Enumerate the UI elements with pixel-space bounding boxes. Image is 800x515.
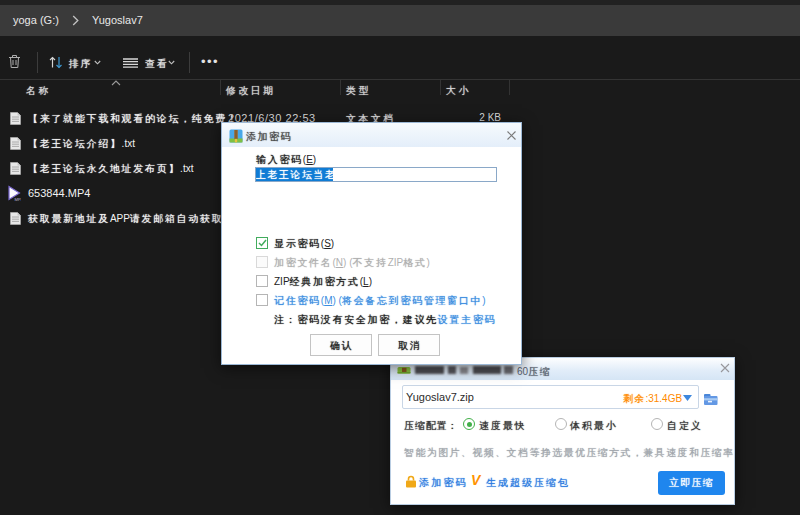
svg-text:MP4: MP4 — [15, 197, 22, 202]
